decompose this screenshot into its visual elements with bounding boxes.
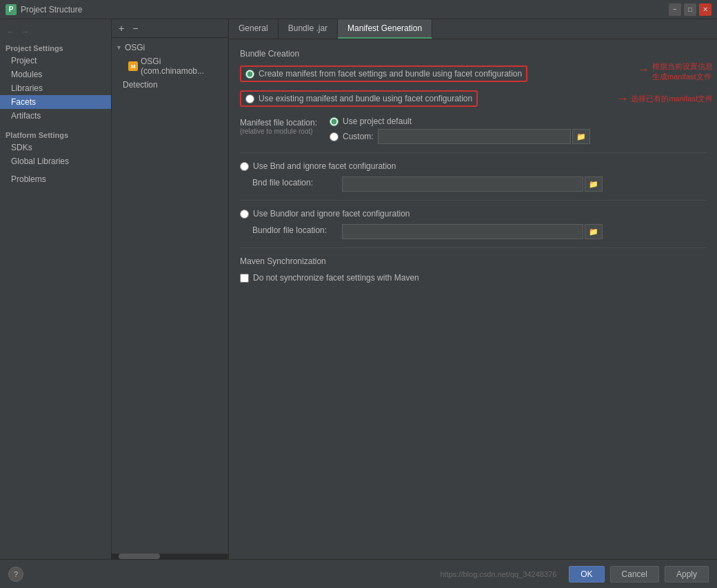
bnd-browse-button[interactable]: 📁 [585,176,603,192]
annotation2: 选择已有的manifast文件 [631,94,713,104]
tree-item-osgi[interactable]: ▼ OSGi [112,41,228,54]
tab-manifest-generation[interactable]: Manifest Generation [338,19,432,39]
use-existing-option[interactable]: Use existing manifest and bundle using f… [240,90,478,107]
tabs-bar: General Bundle .jar Manifest Generation [229,19,717,39]
use-project-default-radio[interactable] [330,117,339,126]
do-not-sync-row: Do not synchronize facet settings with M… [240,273,706,283]
tab-general[interactable]: General [229,19,279,39]
apply-button[interactable]: Apply [665,566,709,582]
help-button[interactable]: ? [8,567,23,582]
sidebar-item-problems[interactable]: Problems [0,172,111,186]
main-layout: ← → Project Settings Project Modules Lib… [0,19,717,559]
tree-scrollbar-thumb[interactable] [119,554,160,559]
use-bnd-radio[interactable] [240,162,249,171]
use-bundlor-row[interactable]: Use Bundlor and ignore facet configurati… [240,209,706,219]
custom-path-input[interactable] [378,129,571,144]
bundlor-file-location-row: Bundlor file location: 📁 [252,224,706,239]
titlebar: P Project Structure − □ ✕ [0,0,717,19]
tree-remove-button[interactable]: − [130,22,141,34]
use-project-default-row[interactable]: Use project default [330,116,590,126]
platform-settings-section: Platform Settings [0,127,111,141]
sidebar-item-project[interactable]: Project [0,54,111,68]
create-manifest-radio[interactable] [245,70,254,79]
use-existing-label: Use existing manifest and bundle using f… [259,94,472,103]
create-manifest-option[interactable]: Create manifest from facet settings and … [240,65,527,82]
nav-arrows: ← → [0,23,111,40]
bottom-bar: ? https://blog.csdn.net/qq_34248376 OK C… [0,559,717,588]
divider-2 [240,200,706,201]
close-button[interactable]: ✕ [699,3,711,16]
bundlor-path-input[interactable] [342,224,583,239]
app-icon: P [6,4,17,15]
content-area: General Bundle .jar Manifest Generation … [229,19,717,559]
tree-osgi-child-label: OSGi (com.chinamob... [141,57,224,76]
use-project-default-label: Use project default [343,116,412,126]
use-bundlor-label: Use Bundlor and ignore facet configurati… [253,209,410,219]
divider-3 [240,247,706,248]
divider-1 [240,152,706,153]
forward-arrow[interactable]: → [19,26,32,37]
custom-input-group: 📁 [378,129,590,144]
sidebar-item-global-libraries[interactable]: Global Libraries [0,154,111,168]
sidebar-item-artifacts[interactable]: Artifacts [0,109,111,123]
sidebar-item-modules[interactable]: Modules [0,68,111,81]
maximize-button[interactable]: □ [684,3,696,16]
tab-bundle-jar[interactable]: Bundle .jar [279,19,338,39]
osgi-icon: M [128,61,138,71]
custom-browse-button[interactable]: 📁 [572,129,590,144]
tree-toolbar: + − [112,19,228,38]
annotation1: 根据当前设置信息 生成manifast文件 [652,61,713,83]
bundle-creation-title: Bundle Creation [240,49,706,59]
tree-osgi-label: OSGi [125,43,145,52]
tree-expand-icon: ▼ [116,44,122,51]
tree-scrollbar[interactable] [112,554,228,559]
sidebar-item-facets[interactable]: Facets [0,95,111,109]
cancel-button[interactable]: Cancel [610,566,659,582]
sidebar-item-sdks[interactable]: SDKs [0,141,111,154]
bnd-path-input[interactable] [342,176,583,192]
content-body: Bundle Creation Create manifest from fac… [229,39,717,559]
ok-button[interactable]: OK [569,566,604,582]
minimize-button[interactable]: − [669,3,681,16]
url-text: https://blog.csdn.net/qq_34248376 [29,570,563,578]
bundlor-input-group: 📁 [342,224,603,239]
use-bnd-row[interactable]: Use Bnd and ignore facet configuration [240,161,706,171]
bnd-location-label: Bnd file location: [252,176,335,187]
manifest-file-location-row: Manifest file location: (relative to mod… [240,116,706,144]
manifest-location-label: Manifest file location: [240,116,323,128]
do-not-sync-checkbox[interactable] [240,274,249,283]
bnd-file-location-row: Bnd file location: 📁 [252,176,706,192]
custom-label: Custom: [343,132,374,141]
tree-add-button[interactable]: + [116,22,127,34]
bundlor-browse-button[interactable]: 📁 [585,224,603,239]
sidebar-item-libraries[interactable]: Libraries [0,81,111,95]
use-bundlor-radio[interactable] [240,210,249,219]
maven-sync-title: Maven Synchronization [240,256,706,266]
create-manifest-label: Create manifest from facet settings and … [259,69,522,79]
do-not-sync-label: Do not synchronize facet settings with M… [253,273,419,283]
tree-child-osgi-module[interactable]: M OSGi (com.chinamob... [112,54,228,78]
manifest-location-controls: Use project default Custom: 📁 [330,116,590,144]
custom-row: Custom: 📁 [330,129,590,144]
tree-item-detection[interactable]: Detection [112,78,228,92]
window-controls: − □ ✕ [669,3,711,16]
tree-content: ▼ OSGi M OSGi (com.chinamob... Detection [112,38,228,554]
back-arrow[interactable]: ← [4,26,17,37]
bnd-input-group: 📁 [342,176,603,192]
manifest-location-sublabel: (relative to module root) [240,128,323,135]
tree-panel: + − ▼ OSGi M OSGi (com.chinamob... Detec… [112,19,229,559]
use-existing-radio[interactable] [245,94,254,103]
window-title: Project Structure [21,5,665,14]
custom-radio[interactable] [330,132,339,141]
project-settings-section: Project Settings [0,40,111,54]
bundlor-location-label: Bundlor file location: [252,224,335,235]
sidebar: ← → Project Settings Project Modules Lib… [0,19,112,559]
use-bnd-label: Use Bnd and ignore facet configuration [253,161,396,171]
